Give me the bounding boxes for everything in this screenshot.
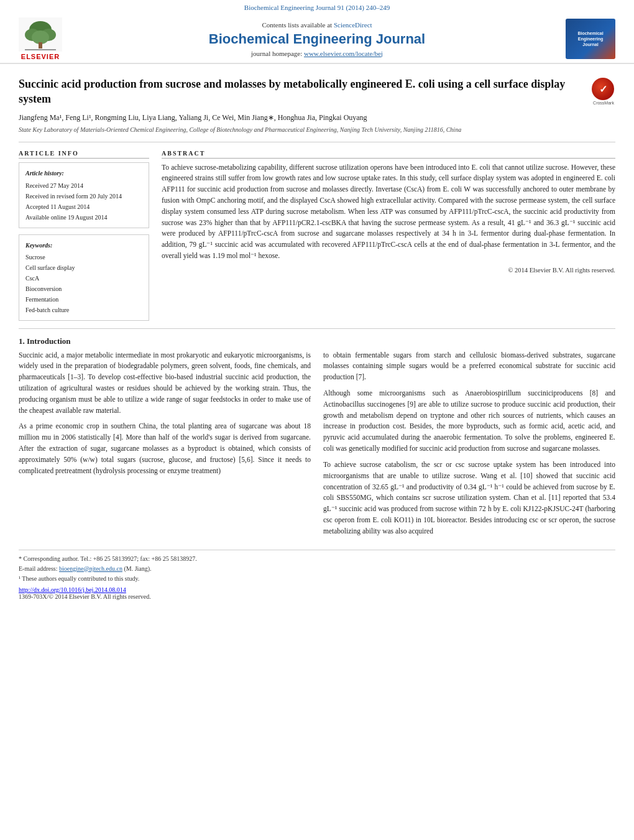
crossmark-logo: ✓ CrossMark [592, 78, 615, 101]
divider-1 [19, 142, 615, 142]
keyword-4: Bioconversion [25, 284, 142, 294]
accepted-date: Accepted 11 August 2014 [25, 201, 142, 212]
contents-line: Contents lists available at ScienceDirec… [81, 21, 553, 29]
main-content: Succinic acid production from sucrose an… [0, 64, 634, 619]
intro-para-4: Although some microorganisms such as Ana… [323, 388, 615, 455]
keyword-5: Fermentation [25, 294, 142, 305]
journal-header-center: Contents lists available at ScienceDirec… [68, 21, 566, 57]
keyword-2: Cell surface display [25, 262, 142, 273]
divider-2 [19, 328, 615, 329]
doi-link: http://dx.doi.org/10.1016/j.bej.2014.08.… [19, 586, 615, 593]
doi-url[interactable]: http://dx.doi.org/10.1016/j.bej.2014.08.… [19, 586, 126, 593]
article-body-columns: ARTICLE INFO Article history: Received 2… [19, 150, 615, 321]
revised-date: Received in revised form 20 July 2014 [25, 191, 142, 201]
email-link[interactable]: bioengine@njtech.edu.cn [59, 565, 122, 572]
elsevier-logo: ELSEVIER [12, 17, 68, 60]
abstract-heading: ABSTRACT [162, 150, 615, 159]
keyword-3: CscA [25, 273, 142, 284]
svg-point-4 [32, 30, 49, 44]
introduction-section: 1. Introduction Succinic acid, a major m… [19, 336, 615, 542]
journal-ref-text: Biochemical Engineering Journal 91 (2014… [244, 4, 390, 11]
bottom-bar: http://dx.doi.org/10.1016/j.bej.2014.08.… [19, 586, 615, 606]
footnote-area: * Corresponding author. Tel.: +86 25 581… [19, 550, 615, 584]
elsevier-tree-icon [19, 17, 62, 52]
keywords-label: Keywords: [25, 240, 142, 251]
article-info-heading: ARTICLE INFO [19, 150, 149, 159]
abstract-text: To achieve sucrose-metabolizing capabili… [162, 162, 615, 262]
article-history-box: Article history: Received 27 May 2014 Re… [19, 162, 149, 228]
intro-section-title: 1. Introduction [19, 336, 615, 346]
article-title: Succinic acid production from sucrose an… [19, 76, 583, 107]
intro-right-col: to obtain fermentable sugars from starch… [323, 350, 615, 542]
journal-logo-image: BiochemicalEngineeringJournal [566, 19, 615, 59]
authors-line: Jiangfeng Ma¹, Feng Li¹, Rongming Liu, L… [19, 112, 615, 123]
intro-para-5: To achieve sucrose catabolism, the scr o… [323, 459, 615, 537]
intro-para-2: As a prime economic crop in southern Chi… [19, 421, 311, 476]
intro-body-columns: Succinic acid, a major metabolic interme… [19, 350, 615, 542]
article-title-section: Succinic acid production from sucrose an… [19, 76, 615, 107]
copyright-line: © 2014 Elsevier B.V. All rights reserved… [162, 267, 615, 274]
elsevier-label-text: ELSEVIER [21, 53, 60, 60]
affiliation-line: State Key Laboratory of Materials-Orient… [19, 126, 615, 134]
article-info-column: ARTICLE INFO Article history: Received 2… [19, 150, 149, 321]
issn-line: 1369-703X/© 2014 Elsevier B.V. All right… [19, 593, 615, 600]
abstract-column: ABSTRACT To achieve sucrose-metabolizing… [162, 150, 615, 321]
footnote-equal-contrib: ¹ These authors equally contributed to t… [19, 574, 615, 584]
keywords-box: Keywords: Sucrose Cell surface display C… [19, 234, 149, 321]
journal-reference: Biochemical Engineering Journal 91 (2014… [0, 0, 634, 12]
svg-rect-5 [39, 42, 42, 48]
received-date: Received 27 May 2014 [25, 180, 142, 191]
keyword-1: Sucrose [25, 252, 142, 262]
history-label: Article history: [25, 168, 142, 178]
online-date: Available online 19 August 2014 [25, 212, 142, 223]
intro-para-3: to obtain fermentable sugars from starch… [323, 350, 615, 383]
sciencedirect-link[interactable]: ScienceDirect [334, 21, 372, 29]
footnote-email: E-mail address: bioengine@njtech.edu.cn … [19, 564, 615, 574]
footnote-corresponding: * Corresponding author. Tel.: +86 25 581… [19, 554, 615, 564]
homepage-url[interactable]: www.elsevier.com/locate/bej [304, 50, 383, 57]
journal-title: Biochemical Engineering Journal [81, 31, 553, 47]
crossmark-icon: ✓ [592, 78, 614, 100]
journal-homepage: journal homepage: www.elsevier.com/locat… [81, 50, 553, 57]
intro-para-1: Succinic acid, a major metabolic interme… [19, 350, 311, 417]
intro-left-col: Succinic acid, a major metabolic interme… [19, 350, 311, 542]
keyword-6: Fed-batch culture [25, 305, 142, 315]
journal-header: ELSEVIER Contents lists available at Sci… [0, 12, 634, 64]
